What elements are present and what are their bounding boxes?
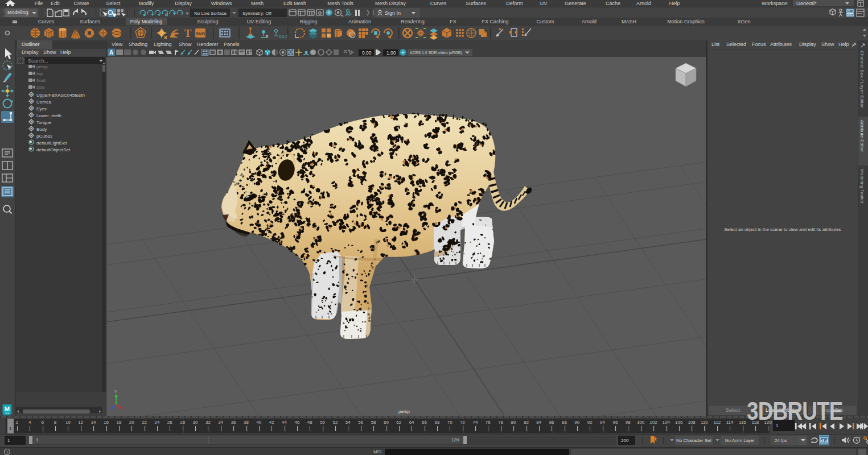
svg-text:Y: Y <box>114 390 117 394</box>
svg-text:M: M <box>5 406 10 412</box>
svg-text:0,0,0: 0,0,0 <box>279 35 288 39</box>
svg-text:1.00: 1.00 <box>386 50 396 56</box>
svg-text:AYA: AYA <box>5 412 9 415</box>
svg-text:SVG: SVG <box>196 31 205 36</box>
svg-text:A: A <box>109 49 113 56</box>
svg-text:T: T <box>184 27 192 39</box>
svg-text:persp: persp <box>398 409 410 414</box>
svg-text:ACES 1.0 SDR-video (sRGB): ACES 1.0 SDR-video (sRGB) <box>410 51 462 55</box>
svg-text:?: ? <box>6 450 9 455</box>
svg-text:0.00: 0.00 <box>362 50 372 56</box>
